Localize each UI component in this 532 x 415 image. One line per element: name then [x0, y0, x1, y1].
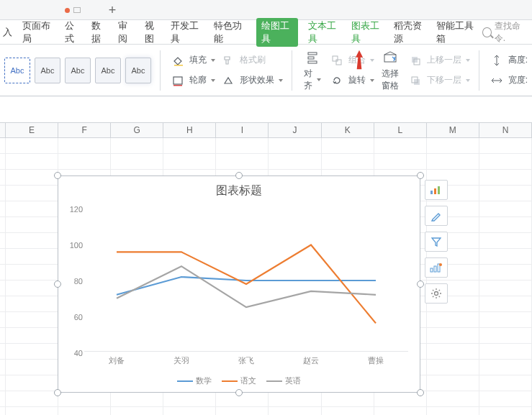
plot-area[interactable]: [84, 209, 408, 352]
cell[interactable]: [269, 154, 321, 169]
col-header[interactable]: L: [374, 123, 427, 137]
cell[interactable]: [6, 375, 58, 391]
cell[interactable]: [6, 360, 58, 375]
chart-object[interactable]: 图表标题 406080100120 刘备关羽张飞赵云曹操 数学语文英语: [58, 175, 420, 393]
legend-item[interactable]: 数学: [177, 375, 212, 386]
resize-handle-ne[interactable]: [417, 172, 424, 179]
cell[interactable]: [163, 154, 216, 169]
cell[interactable]: [6, 407, 58, 415]
cell[interactable]: [427, 360, 479, 375]
cell[interactable]: [479, 407, 532, 415]
cell[interactable]: [479, 344, 532, 359]
cell[interactable]: [479, 249, 532, 264]
cell[interactable]: [269, 391, 321, 406]
series-line[interactable]: [117, 266, 376, 307]
cell[interactable]: [322, 138, 374, 153]
menu-text-tools[interactable]: 文本工具: [303, 20, 346, 44]
chart-elements-button[interactable]: [425, 180, 448, 200]
resize-handle-nw[interactable]: [54, 172, 61, 179]
cell[interactable]: [163, 138, 216, 153]
cell[interactable]: [427, 407, 479, 415]
resize-handle-se[interactable]: [417, 389, 424, 396]
cell[interactable]: [479, 281, 532, 296]
cell[interactable]: [6, 186, 58, 201]
cell[interactable]: [269, 138, 321, 153]
menu-drawing-tools[interactable]: 绘图工具: [251, 20, 303, 44]
cell[interactable]: [269, 407, 321, 415]
menu-docer[interactable]: 稻壳资源: [389, 20, 431, 44]
command-search[interactable]: 查找命令.: [482, 20, 529, 45]
col-header[interactable]: N: [479, 123, 532, 137]
col-header[interactable]: H: [163, 123, 216, 137]
cell[interactable]: [163, 391, 216, 406]
cell[interactable]: [6, 233, 58, 248]
cell[interactable]: [6, 344, 58, 359]
cell[interactable]: [479, 391, 532, 406]
chart-title[interactable]: 图表标题: [58, 183, 420, 199]
cell[interactable]: [216, 154, 269, 169]
rotate-button[interactable]: 旋转: [328, 73, 374, 88]
cell[interactable]: [479, 154, 532, 169]
cell[interactable]: [479, 201, 532, 216]
cell[interactable]: [6, 201, 58, 216]
menu-page-layout[interactable]: 页面布局: [17, 20, 60, 44]
cell[interactable]: [216, 407, 269, 415]
grid-row[interactable]: [0, 154, 532, 170]
shape-preset-3[interactable]: Abc: [65, 58, 91, 83]
col-header[interactable]: F: [58, 123, 111, 137]
cell[interactable]: [163, 407, 216, 415]
menu-review[interactable]: 审阅: [113, 20, 140, 44]
menu-insert-partial[interactable]: 入: [3, 20, 17, 44]
cell[interactable]: [322, 391, 374, 406]
cell[interactable]: [427, 344, 479, 359]
cell[interactable]: [58, 391, 111, 406]
cell[interactable]: [322, 407, 374, 415]
legend[interactable]: 数学语文英语: [58, 375, 420, 386]
cell[interactable]: [6, 154, 58, 169]
grid-row[interactable]: [0, 138, 532, 154]
cell[interactable]: [427, 391, 479, 406]
new-tab-button[interactable]: +: [105, 3, 120, 17]
col-header[interactable]: M: [427, 123, 479, 137]
cell[interactable]: [427, 138, 479, 153]
cell[interactable]: [479, 328, 532, 343]
shape-preset-2[interactable]: Abc: [35, 58, 60, 83]
cell[interactable]: [6, 281, 58, 296]
resize-handle-s[interactable]: [235, 389, 243, 396]
cell[interactable]: [6, 138, 58, 153]
shape-effects-button[interactable]: 形状效果: [220, 73, 283, 88]
cell[interactable]: [58, 154, 111, 169]
cell[interactable]: [479, 312, 532, 327]
chart-settings-button[interactable]: [425, 283, 448, 304]
cell[interactable]: [6, 265, 58, 280]
col-header[interactable]: G: [111, 123, 163, 137]
legend-item[interactable]: 语文: [222, 375, 256, 386]
cell[interactable]: [479, 217, 532, 232]
cell[interactable]: [6, 170, 58, 185]
cell[interactable]: [427, 375, 479, 391]
resize-handle-w[interactable]: [54, 281, 61, 288]
outline-button[interactable]: 轮廓: [169, 73, 215, 88]
cell[interactable]: [111, 138, 163, 153]
cell[interactable]: [374, 154, 427, 169]
cell[interactable]: [427, 312, 479, 327]
chart-filter-button[interactable]: [425, 232, 448, 252]
cell[interactable]: [216, 391, 269, 406]
col-header[interactable]: J: [269, 123, 321, 137]
cell[interactable]: [479, 296, 532, 311]
menu-formulas[interactable]: 公式: [60, 20, 86, 44]
cell[interactable]: [374, 407, 427, 415]
cell[interactable]: [479, 233, 532, 248]
shape-preset-1[interactable]: Abc: [4, 58, 30, 83]
menu-data[interactable]: 数据: [86, 20, 113, 44]
selection-pane-button[interactable]: 选择窗格: [379, 47, 402, 94]
chart-design-button[interactable]: [425, 257, 448, 278]
menu-chart-tools[interactable]: 图表工具: [346, 20, 389, 44]
cell[interactable]: [427, 154, 479, 169]
cell[interactable]: [58, 407, 111, 415]
cell[interactable]: [6, 249, 58, 264]
cell[interactable]: [111, 154, 163, 169]
col-header[interactable]: K: [322, 123, 374, 137]
cell[interactable]: [322, 154, 374, 169]
cell[interactable]: [479, 138, 532, 153]
